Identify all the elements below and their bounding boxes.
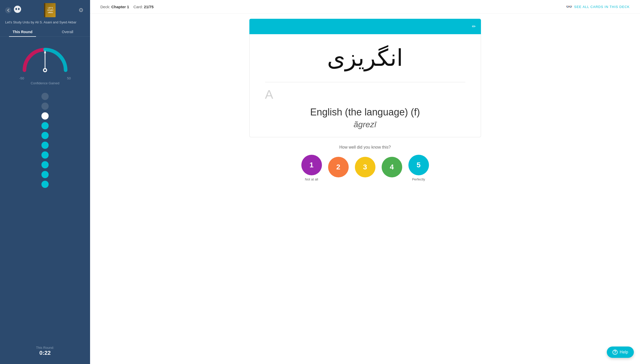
- progress-dots: [41, 93, 49, 341]
- rating-btn-1: 1 Not at all: [301, 155, 322, 181]
- dot-9: [41, 171, 49, 178]
- deck-prefix: Deck:: [100, 5, 110, 9]
- svg-point-2: [15, 8, 17, 10]
- main-content: Deck: Chapter 1 Card: 21/75 👓 SEE ALL CA…: [90, 0, 640, 364]
- english-meaning: English (the language) (f): [310, 107, 420, 118]
- card-position: 21/75: [144, 5, 154, 9]
- dot-3: [41, 112, 49, 120]
- rating-buttons: 1 Not at all 2 3 4 5 Perfectly: [301, 155, 429, 181]
- help-icon: ?: [612, 350, 618, 355]
- timer-value: 0:22: [36, 350, 54, 356]
- glasses-icon: 👓: [566, 4, 573, 10]
- settings-icon[interactable]: ⚙: [77, 6, 85, 14]
- rating-label-1: Not at all: [305, 177, 318, 181]
- sidebar: LET'SSTUDYURDU ⚙ Let's Study Urdu by Ali…: [0, 0, 90, 364]
- help-label: Help: [620, 350, 628, 354]
- letter-placeholder: A: [265, 87, 273, 102]
- card-blue-header: ✏: [249, 19, 481, 34]
- rating-circle-4[interactable]: 4: [382, 157, 402, 177]
- dot-5: [41, 132, 49, 139]
- help-button[interactable]: ? Help: [607, 347, 634, 358]
- see-all-cards-link[interactable]: 👓 SEE ALL CARDS IN THIS DECK: [566, 4, 630, 10]
- svg-point-1: [14, 6, 21, 13]
- dot-8: [41, 161, 49, 168]
- book-thumbnail: LET'SSTUDYURDU: [44, 3, 56, 17]
- card-prefix: Card:: [133, 5, 143, 9]
- gauge-min-label: -50: [19, 76, 24, 80]
- confidence-gauge: -50 50 Confidence Gained: [0, 44, 90, 85]
- gauge-labels: -50 50: [19, 76, 71, 80]
- rating-btn-3: 3: [355, 157, 375, 179]
- app-logo: [12, 5, 23, 16]
- rating-circle-3[interactable]: 3: [355, 157, 375, 177]
- card-divider: [265, 82, 465, 82]
- deck-info: Deck: Chapter 1 Card: 21/75: [100, 5, 154, 9]
- deck-name: Chapter 1: [111, 5, 129, 9]
- tab-overall[interactable]: Overall: [45, 27, 90, 37]
- gauge-max-label: 50: [67, 76, 71, 80]
- deck-title: Let's Study Urdu by Ali S. Asani and Sye…: [0, 20, 90, 27]
- see-all-label: SEE ALL CARDS IN THIS DECK: [574, 5, 630, 9]
- sidebar-header: LET'SSTUDYURDU ⚙: [0, 0, 90, 20]
- svg-point-3: [18, 8, 20, 10]
- tab-this-round[interactable]: This Round: [0, 27, 45, 37]
- back-icon[interactable]: [5, 7, 11, 13]
- transliteration: ãgrezī: [354, 120, 376, 129]
- rating-circle-1[interactable]: 1: [301, 155, 322, 175]
- rating-label-5: Perfectly: [412, 177, 425, 181]
- dot-1: [41, 93, 49, 100]
- gauge-title: Confidence Gained: [31, 81, 59, 85]
- timer-label: This Round:: [36, 346, 54, 350]
- dot-6: [41, 142, 49, 149]
- svg-point-0: [5, 7, 11, 13]
- tabs-container: This Round Overall: [0, 27, 90, 37]
- edit-icon[interactable]: ✏: [472, 24, 476, 29]
- dot-7: [41, 151, 49, 159]
- dot-2: [41, 103, 49, 110]
- card-area: ✏ انگریزی A English (the language) (f) ã…: [90, 14, 640, 364]
- rating-question: How well did you know this?: [339, 145, 391, 150]
- rating-circle-2[interactable]: 2: [328, 157, 349, 177]
- rating-section: How well did you know this? 1 Not at all…: [301, 137, 429, 192]
- rating-btn-2: 2: [328, 157, 349, 179]
- timer-section: This Round: 0:22: [36, 346, 54, 356]
- rating-btn-4: 4: [382, 157, 402, 179]
- svg-point-7: [44, 69, 46, 71]
- dot-10: [41, 181, 49, 188]
- rating-btn-5: 5 Perfectly: [408, 155, 429, 181]
- rating-circle-5[interactable]: 5: [408, 155, 429, 175]
- urdu-text: انگریزی: [327, 42, 403, 74]
- flashcard: انگریزی A English (the language) (f) ãgr…: [249, 34, 481, 137]
- top-bar: Deck: Chapter 1 Card: 21/75 👓 SEE ALL CA…: [90, 0, 640, 14]
- dot-4: [41, 122, 49, 129]
